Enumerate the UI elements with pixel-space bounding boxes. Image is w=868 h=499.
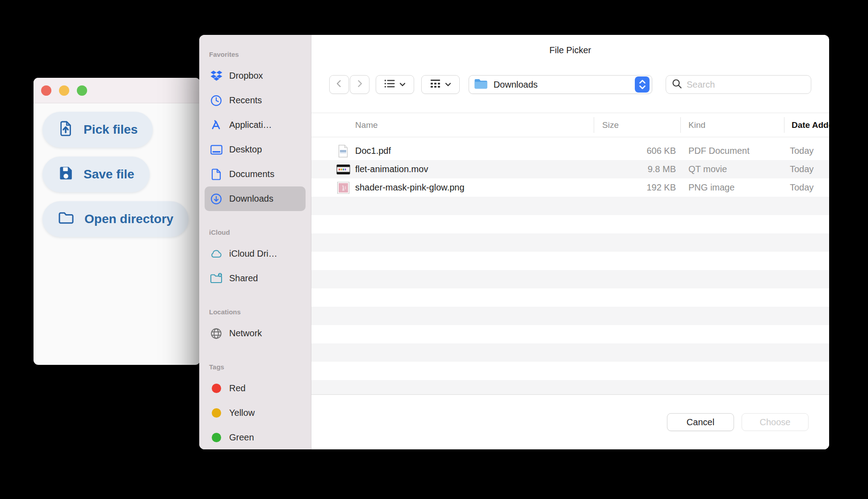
sidebar-item-tag-yellow[interactable]: Yellow <box>205 401 306 425</box>
document-icon <box>209 169 223 180</box>
file-kind: QT movie <box>688 160 727 178</box>
sidebar-item-label: Yellow <box>229 408 255 418</box>
group-by-dropdown[interactable] <box>421 75 460 94</box>
chevron-down-icon <box>399 80 406 89</box>
sidebar-item-desktop[interactable]: Desktop <box>205 137 306 162</box>
file-size: 192 KB <box>594 178 676 197</box>
table-row[interactable]: Doc1.pdf 606 KB PDF Document Today <box>311 142 829 160</box>
file-date: Today <box>790 142 813 160</box>
blue-folder-icon <box>474 78 488 91</box>
file-name: shader-mask-pink-glow.png <box>355 178 465 197</box>
folder-icon <box>58 210 75 228</box>
sidebar-section-tags: Tags <box>205 363 306 372</box>
open-directory-label: Open directory <box>84 212 173 226</box>
pick-files-button[interactable]: Pick files <box>42 112 153 148</box>
chevron-left-icon <box>334 79 344 90</box>
column-header-kind[interactable]: Kind <box>688 113 705 137</box>
green-tag-icon <box>209 433 223 442</box>
download-circle-icon <box>209 193 223 205</box>
dialog-footer: Cancel Choose <box>311 394 829 449</box>
file-date: Today <box>790 178 813 197</box>
sidebar-section-icloud: iCloud <box>205 228 306 237</box>
sidebar-item-label: Shared <box>229 273 258 283</box>
file-date: Today <box>790 160 813 178</box>
minimize-window-button[interactable] <box>59 85 69 96</box>
shared-folder-icon <box>209 273 223 284</box>
globe-icon <box>209 328 223 339</box>
file-size: 9.8 MB <box>594 160 676 178</box>
column-header-size[interactable]: Size <box>602 113 619 137</box>
sidebar-item-dropbox[interactable]: Dropbox <box>205 63 306 88</box>
sidebar-item-label: Red <box>229 383 246 393</box>
choose-button[interactable]: Choose <box>742 413 809 431</box>
zoom-window-button[interactable] <box>77 85 87 96</box>
list-view-icon <box>384 79 395 90</box>
sidebar-item-tag-red[interactable]: Red <box>205 376 306 401</box>
sidebar-item-label: Applicati… <box>229 120 272 130</box>
app-window-titlebar <box>34 78 200 103</box>
sidebar-item-recents[interactable]: Recents <box>205 88 306 113</box>
chevron-down-icon <box>445 80 451 89</box>
dropbox-icon <box>209 70 223 81</box>
file-picker-dialog: Favorites Dropbox Recents <box>199 35 829 449</box>
pick-files-label: Pick files <box>84 123 138 137</box>
sidebar-item-label: Dropbox <box>229 71 263 81</box>
open-directory-button[interactable]: Open directory <box>42 201 189 237</box>
current-folder-dropdown[interactable]: Downloads <box>469 75 652 94</box>
sidebar-item-shared[interactable]: Shared <box>205 266 306 291</box>
sidebar-item-downloads[interactable]: Downloads <box>205 186 306 211</box>
save-file-button[interactable]: Save file <box>42 156 150 192</box>
sidebar-item-label: Green <box>229 432 254 443</box>
search-field[interactable] <box>666 75 811 94</box>
app-window: Pick files Save file Open directory <box>34 78 200 365</box>
file-size: 606 KB <box>594 142 676 160</box>
yellow-tag-icon <box>209 408 223 418</box>
save-icon <box>58 165 74 184</box>
dialog-title: File Picker <box>311 45 829 55</box>
search-icon <box>672 79 682 91</box>
sidebar-item-label: Recents <box>229 95 262 106</box>
cloud-icon <box>209 249 223 258</box>
forward-button[interactable] <box>350 75 369 94</box>
file-name: Doc1.pdf <box>355 142 391 160</box>
upload-file-icon <box>58 120 74 140</box>
search-input[interactable] <box>687 80 805 90</box>
back-button[interactable] <box>329 75 349 94</box>
sidebar-item-icloud-drive[interactable]: iCloud Dri… <box>205 241 306 266</box>
close-window-button[interactable] <box>41 85 51 96</box>
column-header-name[interactable]: Name <box>355 113 378 137</box>
table-header: Name Size Kind Date Added <box>311 113 829 137</box>
desktop-icon <box>209 144 223 155</box>
movie-file-icon <box>336 164 350 174</box>
sidebar-item-network[interactable]: Network <box>205 321 306 346</box>
file-list: Doc1.pdf 606 KB PDF Document Today <box>311 138 829 394</box>
table-row[interactable]: shader-mask-pink-glow.png 192 KB PNG ima… <box>311 178 829 197</box>
toolbar: Downloads <box>311 75 829 94</box>
app-store-icon <box>209 119 223 131</box>
file-name: flet-animation.mov <box>355 160 428 178</box>
group-view-icon <box>430 79 441 90</box>
sidebar-item-label: Network <box>229 328 262 338</box>
file-picker-main: File Picker <box>311 35 829 449</box>
sidebar-item-label: Documents <box>229 169 274 179</box>
file-kind: PDF Document <box>688 142 750 160</box>
red-tag-icon <box>209 384 223 393</box>
sidebar-item-tag-green[interactable]: Green <box>205 425 306 449</box>
image-file-icon <box>336 182 350 194</box>
save-file-label: Save file <box>84 167 134 182</box>
sidebar-section-favorites: Favorites <box>205 50 306 59</box>
sidebar: Favorites Dropbox Recents <box>199 35 311 449</box>
folder-stepper-icon <box>635 76 650 93</box>
table-row[interactable]: flet-animation.mov 9.8 MB QT movie Today <box>311 160 829 178</box>
sidebar-item-applications[interactable]: Applicati… <box>205 113 306 137</box>
file-kind: PNG image <box>688 178 734 197</box>
view-mode-dropdown[interactable] <box>376 75 414 94</box>
column-header-date-added[interactable]: Date Added <box>792 113 829 137</box>
cancel-button[interactable]: Cancel <box>667 413 734 431</box>
chevron-right-icon <box>355 79 365 90</box>
sidebar-item-documents[interactable]: Documents <box>205 162 306 186</box>
sidebar-section-locations: Locations <box>205 308 306 317</box>
sidebar-item-label: Downloads <box>229 194 273 204</box>
pdf-file-icon <box>336 144 350 157</box>
clock-icon <box>209 95 223 106</box>
